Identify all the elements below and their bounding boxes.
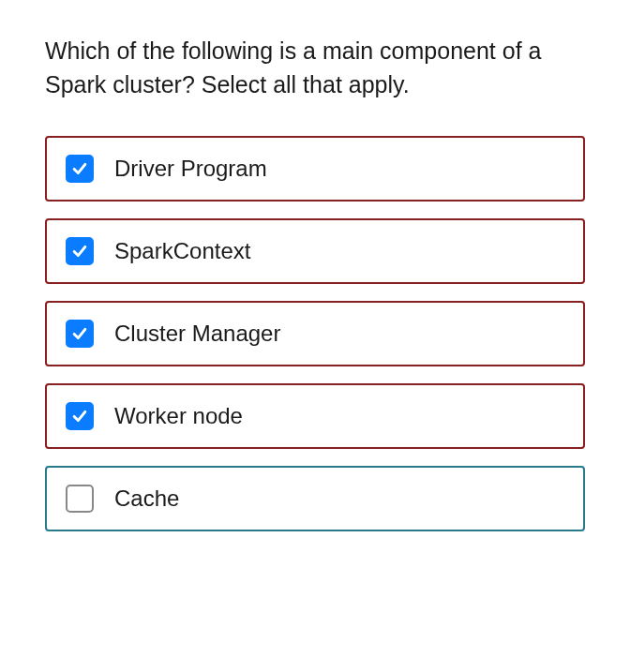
check-icon (70, 407, 89, 426)
option-row[interactable]: Worker node (45, 383, 585, 449)
option-row[interactable]: Cluster Manager (45, 301, 585, 366)
option-label: Driver Program (114, 156, 267, 182)
check-icon (70, 324, 89, 343)
option-label: Worker node (114, 403, 243, 429)
checkbox-checked[interactable] (66, 320, 94, 348)
options-container: Driver Program SparkContext Cluster Mana… (45, 136, 585, 531)
option-label: Cluster Manager (114, 321, 280, 347)
checkbox-checked[interactable] (66, 155, 94, 183)
checkbox-checked[interactable] (66, 237, 94, 265)
option-label: Cache (114, 485, 179, 512)
question-text: Which of the following is a main compone… (45, 34, 585, 102)
check-icon (70, 159, 89, 178)
check-icon (70, 242, 89, 261)
checkbox-checked[interactable] (66, 402, 94, 430)
option-row[interactable]: Cache (45, 466, 585, 531)
option-row[interactable]: Driver Program (45, 136, 585, 202)
option-label: SparkContext (114, 238, 250, 264)
option-row[interactable]: SparkContext (45, 218, 585, 284)
checkbox-unchecked[interactable] (66, 485, 94, 513)
